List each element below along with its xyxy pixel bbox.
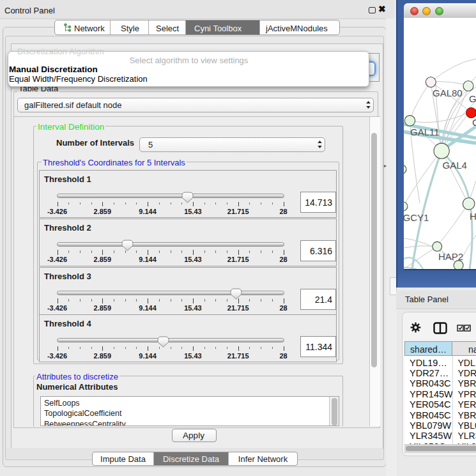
svg-text:GAL80: GAL80 (433, 88, 463, 98)
svg-text:GAL11: GAL11 (410, 127, 440, 137)
svg-text:GA: GA (469, 93, 476, 104)
svg-text:HAP2: HAP2 (438, 251, 463, 262)
svg-text:C: C (472, 117, 476, 128)
svg-text:GCY1: GCY1 (404, 212, 429, 223)
svg-text:GAL4: GAL4 (443, 160, 467, 171)
svg-text:H: H (470, 211, 476, 222)
